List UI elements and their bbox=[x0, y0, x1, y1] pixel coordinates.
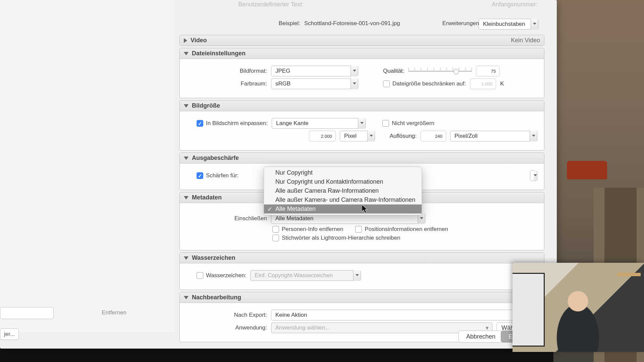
remove-position-checkbox[interactable]: Positionsinformationen entfernen bbox=[355, 226, 448, 233]
section-size-title: Bildgröße bbox=[192, 102, 220, 109]
section-file-header[interactable]: Dateieinstellungen bbox=[180, 48, 544, 59]
keywords-hierarchy-checkbox[interactable]: Stichwörter als Lightroom-Hierarchie sch… bbox=[272, 235, 400, 241]
quality-input[interactable] bbox=[476, 66, 499, 76]
remove-person-checkbox[interactable]: Personen-Info entfernen bbox=[272, 226, 343, 233]
chevron-down-icon bbox=[184, 104, 189, 108]
section-size-header[interactable]: Bildgröße bbox=[180, 101, 544, 111]
format-label: Bildformat: bbox=[186, 68, 267, 74]
colorspace-select[interactable]: sRGB bbox=[271, 78, 358, 89]
chevron-down-icon bbox=[184, 52, 189, 55]
sharpen-checkbox[interactable]: Schärfen für: bbox=[197, 172, 238, 179]
section-watermark-title: Wasserzeichen bbox=[192, 254, 235, 261]
chevron-down-icon bbox=[184, 157, 189, 160]
extensions-label: Erweiterungen: bbox=[442, 20, 481, 27]
section-watermark-header[interactable]: Wasserzeichen bbox=[180, 253, 544, 263]
quality-label: Qualität: bbox=[383, 68, 404, 74]
custom-text-label: Benutzerdefinierter Text: bbox=[203, 1, 304, 8]
webcam-overlay bbox=[513, 263, 644, 352]
colorspace-label: Farbraum: bbox=[186, 80, 267, 87]
video-status: Kein Video bbox=[511, 37, 540, 44]
include-option[interactable]: Alle außer Camera Raw-Informationen bbox=[264, 186, 422, 195]
limit-size-checkbox[interactable]: Dateigröße beschränken auf: bbox=[383, 80, 466, 87]
sharpen-amount-select[interactable] bbox=[530, 170, 537, 181]
watermark-preset-select[interactable]: Einf. Copyright-Wasserzeichen bbox=[250, 270, 361, 281]
preset-remove-button[interactable]: Entfernen bbox=[54, 307, 174, 319]
include-option[interactable]: Nur Copyright bbox=[264, 168, 422, 177]
limit-size-input[interactable] bbox=[470, 78, 496, 89]
section-video-header[interactable]: Video Kein Video bbox=[180, 35, 544, 46]
dimension-unit-select[interactable]: Pixel bbox=[340, 131, 375, 141]
section-video-title: Video bbox=[191, 37, 207, 44]
section-metadata-title: Metadaten bbox=[192, 194, 222, 201]
resolution-label: Auflösung: bbox=[390, 133, 417, 139]
example-value: Schottland-Fotoreise-001-von-091.jpg bbox=[304, 20, 400, 27]
fit-checkbox[interactable]: In Bildschirm einpassen: bbox=[197, 120, 268, 127]
quality-slider[interactable] bbox=[408, 67, 472, 75]
export-dialog: Entfernen jer... Benutzerdefinierter Tex… bbox=[0, 0, 557, 349]
chevron-down-icon bbox=[184, 296, 189, 299]
after-export-select[interactable]: Keine Aktion bbox=[271, 310, 529, 320]
section-post-header[interactable]: Nachbearbeitung bbox=[180, 292, 544, 303]
include-label: Einschließen bbox=[186, 215, 267, 222]
format-select[interactable]: JPEG bbox=[271, 66, 358, 76]
include-option[interactable]: Alle außer Kamera- und Camera Raw-Inform… bbox=[264, 195, 422, 204]
chevron-right-icon bbox=[184, 38, 187, 43]
limit-unit: K bbox=[500, 80, 504, 87]
section-sharpen-header[interactable]: Ausgabeschärfe bbox=[180, 153, 544, 164]
extensions-select[interactable]: Kleinbuchstaben bbox=[479, 19, 538, 29]
section-sharpen-title: Ausgabeschärfe bbox=[192, 155, 239, 162]
no-enlarge-checkbox[interactable]: Nicht vergrößern bbox=[382, 120, 434, 127]
fit-select[interactable]: Lange Kante bbox=[272, 118, 366, 129]
chevron-down-icon bbox=[184, 256, 189, 260]
after-export-label: Nach Export: bbox=[186, 312, 267, 318]
section-post-title: Nachbearbeitung bbox=[192, 294, 241, 301]
include-option[interactable]: Alle Metadaten bbox=[264, 204, 422, 214]
chevron-down-icon bbox=[184, 196, 189, 199]
start-number-label: Anfangsnummer: bbox=[492, 1, 538, 8]
watermark-checkbox[interactable]: Wasserzeichen: bbox=[197, 272, 246, 279]
section-file-title: Dateieinstellungen bbox=[192, 50, 246, 57]
preset-add-button[interactable] bbox=[0, 307, 54, 319]
include-popup-menu[interactable]: Nur CopyrightNur Copyright und Kontaktin… bbox=[264, 167, 422, 215]
cancel-button[interactable]: Abbrechen bbox=[459, 330, 503, 343]
example-label: Beispiel: bbox=[223, 20, 300, 27]
resolution-input[interactable] bbox=[421, 131, 446, 141]
preset-sidebar: Entfernen jer... bbox=[0, 0, 174, 332]
include-option[interactable]: Nur Copyright und Kontaktinformationen bbox=[264, 177, 422, 186]
resolution-unit-select[interactable]: Pixel/Zoll bbox=[450, 131, 537, 141]
dimension-input[interactable] bbox=[309, 131, 336, 141]
